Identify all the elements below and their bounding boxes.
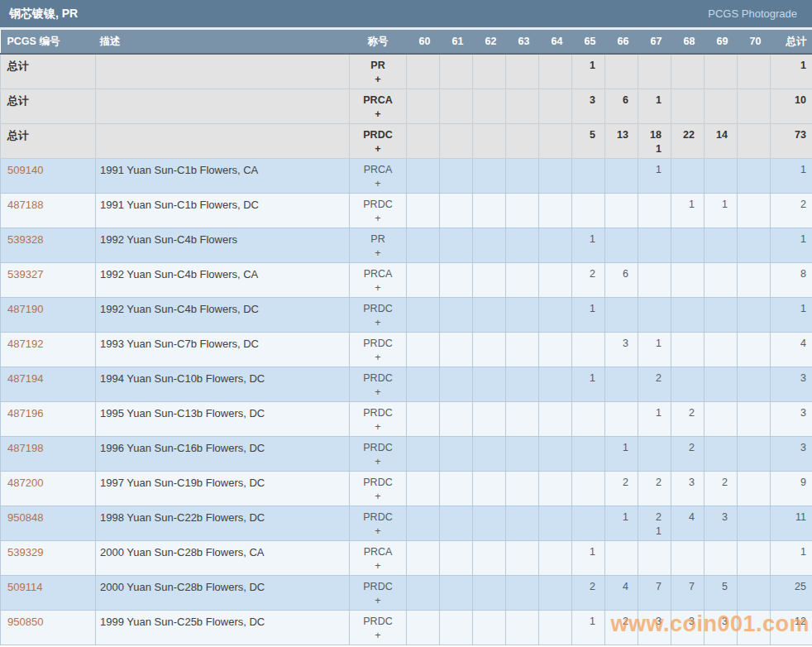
cell-line2: + xyxy=(350,455,406,469)
pcgs-number-link[interactable]: 539327 xyxy=(7,268,43,280)
grade-68-cell: 2 xyxy=(671,436,705,471)
cell-line1 xyxy=(506,441,529,455)
pcgs-number-link[interactable]: 950850 xyxy=(7,616,43,628)
cell-line2 xyxy=(407,490,430,504)
pcgs-number-link[interactable]: 509114 xyxy=(7,581,42,593)
pcgs-number-link[interactable]: 509140 xyxy=(7,164,43,176)
cell-line2 xyxy=(705,559,728,573)
cell-line1 xyxy=(539,371,562,386)
cell-line2 xyxy=(771,177,806,191)
pcgs-number-link[interactable]: 487188 xyxy=(7,199,43,211)
pcgs-number-link[interactable]: 487192 xyxy=(7,338,43,350)
cell-line2 xyxy=(705,455,728,469)
cell-line1 xyxy=(738,198,761,212)
cell-line1 xyxy=(473,441,496,455)
grade-70-cell xyxy=(738,89,771,123)
cell-line1 xyxy=(407,198,430,212)
grade-64-cell xyxy=(539,54,572,89)
cell-line1: 1 xyxy=(638,163,662,177)
cell-line2 xyxy=(506,386,529,400)
description-cell: 1991 Yuan Sun-C1b Flowers, DC xyxy=(96,193,350,228)
col-header-grade-64: 64 xyxy=(539,30,572,54)
cell-line1 xyxy=(506,198,529,212)
grade-63-cell xyxy=(506,471,539,506)
cell-line2: 1 xyxy=(638,142,662,156)
cell-line2 xyxy=(572,420,595,434)
cell-line2 xyxy=(473,316,496,330)
designation-cell: PRDC+ xyxy=(350,193,407,228)
cell-line1 xyxy=(572,441,595,455)
pcgs-no-cell: 总计 xyxy=(1,123,96,158)
coin-row: 5393271992 Yuan Sun-C4b Flowers, CAPRCA+… xyxy=(1,262,812,297)
total-cell: 3 xyxy=(771,436,812,471)
cell-line1: PRDC xyxy=(350,198,406,212)
cell-line1 xyxy=(440,371,463,386)
cell-line1: 2 xyxy=(638,510,662,525)
cell-line2 xyxy=(638,351,662,365)
cell-line2 xyxy=(738,177,761,191)
grade-67-cell: 3 xyxy=(638,610,671,645)
pcgs-number-link[interactable]: 950848 xyxy=(7,511,43,524)
description-text: 1992 Yuan Sun-C4b Flowers xyxy=(100,232,349,247)
cell-line2 xyxy=(638,386,662,400)
cell-line2: + xyxy=(350,177,406,191)
cell-line1: 5 xyxy=(572,128,595,142)
pcgs-number-link[interactable]: 487198 xyxy=(7,442,43,454)
cell-line2 xyxy=(506,316,529,330)
grade-62-cell xyxy=(473,332,506,367)
grade-62-cell xyxy=(473,54,506,89)
cell-line2 xyxy=(605,316,628,330)
designation-cell: PRDC+ xyxy=(350,436,407,471)
cell-line1 xyxy=(738,476,761,490)
grade-70-cell xyxy=(738,297,771,332)
grade-65-cell: 1 xyxy=(572,610,605,645)
pcgs-number-link[interactable]: 487190 xyxy=(7,303,43,315)
cell-line2 xyxy=(407,142,430,156)
description-text: 1999 Yuan Sun-C25b Flowers, DC xyxy=(100,615,349,629)
cell-line1 xyxy=(440,441,463,455)
cell-line2 xyxy=(407,316,430,330)
cell-line2 xyxy=(407,455,430,469)
grade-62-cell xyxy=(473,193,506,228)
designation-cell: PRDC+ xyxy=(350,471,407,506)
cell-line2 xyxy=(705,386,728,400)
total-cell: 2 xyxy=(771,193,812,228)
cell-line2 xyxy=(440,455,463,469)
grade-69-cell: 2 xyxy=(705,471,738,506)
grade-60-cell xyxy=(407,436,440,471)
pcgs-number-link[interactable]: 539329 xyxy=(7,546,43,558)
grade-66-cell: 4 xyxy=(605,575,638,610)
cell-line1: PRDC xyxy=(350,580,406,594)
total-row: 总计PRDC+513181221473 xyxy=(1,123,812,158)
cell-line2 xyxy=(671,386,695,400)
grade-66-cell xyxy=(605,193,638,228)
pcgs-number-link[interactable]: 487200 xyxy=(7,477,43,489)
pcgs-number-link[interactable]: 487196 xyxy=(7,407,43,419)
pcgs-number-link[interactable]: 539328 xyxy=(7,233,43,246)
cell-line1: 13 xyxy=(605,128,628,142)
cell-line1 xyxy=(440,302,463,316)
cell-line2 xyxy=(539,73,562,87)
pcgs-number-link[interactable]: 487194 xyxy=(7,372,43,385)
grade-65-cell xyxy=(572,401,605,436)
cell-line1 xyxy=(705,93,728,108)
designation-cell: PRDC+ xyxy=(350,575,407,610)
grade-60-cell xyxy=(407,575,440,610)
cell-line2 xyxy=(771,525,806,539)
grade-68-cell: 3 xyxy=(671,471,705,506)
grade-61-cell xyxy=(440,228,473,262)
cell-line1 xyxy=(407,545,430,559)
coin-row: 9508501999 Yuan Sun-C25b Flowers, DCPRDC… xyxy=(1,610,812,645)
cell-line1 xyxy=(539,476,562,490)
cell-line1: PRDC xyxy=(350,302,406,316)
grade-66-cell xyxy=(605,54,638,89)
cell-line2 xyxy=(473,73,496,87)
pcgs-no-cell: 539329 xyxy=(1,540,96,575)
cell-line1 xyxy=(440,476,463,490)
cell-line1: 1 xyxy=(771,545,806,559)
cell-line1 xyxy=(473,615,496,629)
cell-line1 xyxy=(605,198,628,212)
photograde-link[interactable]: PCGS Photograde xyxy=(708,7,797,20)
grade-60-cell xyxy=(407,540,440,575)
population-table: PCGS 编号描述称号6061626364656667686970总计 总计PR… xyxy=(0,30,812,645)
